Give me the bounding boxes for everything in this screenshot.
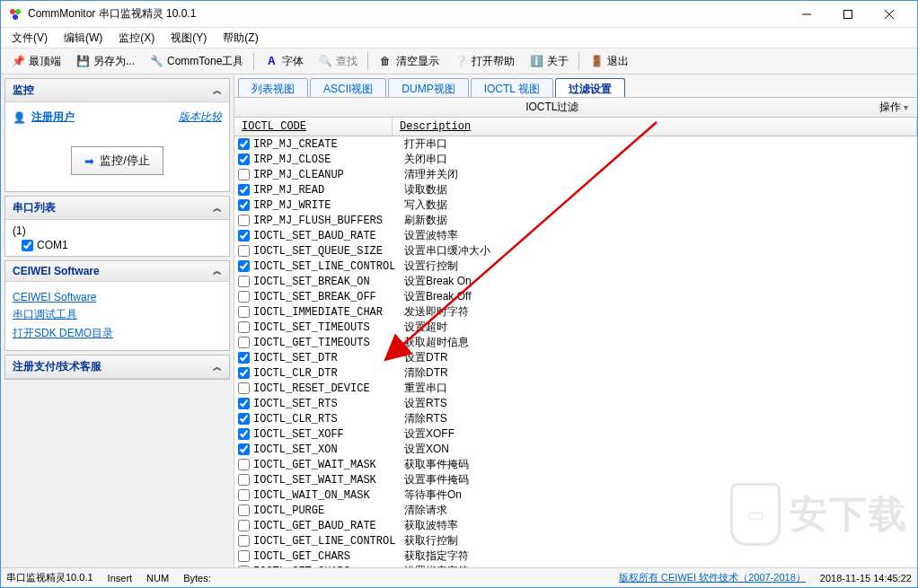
- filter-checkbox[interactable]: [238, 230, 250, 241]
- filter-checkbox[interactable]: [238, 505, 250, 516]
- topmost-button[interactable]: 📌最顶端: [4, 50, 67, 73]
- filter-row[interactable]: IOCTL_SET_BREAK_OFF设置Break Off: [234, 289, 917, 304]
- filter-checkbox[interactable]: [238, 443, 250, 455]
- filter-row[interactable]: IOCTL_WAIT_ON_MASK等待事件On: [234, 487, 917, 503]
- filter-checkbox[interactable]: [238, 276, 250, 287]
- filter-checkbox[interactable]: [238, 199, 250, 211]
- maximize-button[interactable]: [827, 2, 869, 27]
- filter-row[interactable]: IOCTL_SET_XON设置XON: [234, 442, 917, 457]
- col-header-code[interactable]: IOCTL CODE: [234, 118, 393, 136]
- filter-row[interactable]: IRP_MJ_FLUSH_BUFFERS刷新数据: [234, 213, 917, 228]
- filter-checkbox[interactable]: [238, 352, 250, 364]
- filter-row[interactable]: IOCTL_SET_DTR设置DTR: [234, 350, 917, 365]
- tab-3[interactable]: IOCTL 视图: [471, 78, 553, 97]
- filter-checkbox[interactable]: [238, 321, 250, 333]
- version-compare-link[interactable]: 版本比较: [179, 110, 222, 125]
- list-header: IOCTL CODE Description: [234, 118, 917, 136]
- filter-row[interactable]: IRP_MJ_WRITE写入数据: [234, 197, 917, 213]
- find-button[interactable]: 🔍查找: [312, 50, 364, 73]
- tab-0[interactable]: 列表视图: [238, 78, 308, 97]
- filter-row[interactable]: IOCTL_SET_TIMEOUTS设置超时: [234, 320, 917, 335]
- software-link-0[interactable]: CEIWEI Software: [13, 289, 222, 305]
- filter-row[interactable]: IOCTL_SET_BREAK_ON设置Break On: [234, 274, 917, 289]
- filter-row[interactable]: IRP_MJ_CREATE打开串口: [234, 136, 917, 152]
- filter-checkbox[interactable]: [238, 337, 250, 348]
- filter-row[interactable]: IOCTL_IMMEDIATE_CHAR发送即时字符: [234, 304, 917, 320]
- software-link-2[interactable]: 打开SDK DEMO目录: [13, 324, 222, 343]
- filter-row[interactable]: IRP_MJ_CLEANUP清理并关闭: [234, 167, 917, 182]
- col-header-desc[interactable]: Description: [393, 118, 917, 136]
- filter-checkbox[interactable]: [238, 535, 250, 547]
- filter-row[interactable]: IOCTL_SET_BAUD_RATE设置波特率: [234, 228, 917, 243]
- ports-panel-header[interactable]: 串口列表 ︽: [5, 197, 229, 220]
- filter-checkbox[interactable]: [238, 566, 250, 567]
- filter-row[interactable]: IRP_MJ_READ读取数据: [234, 182, 917, 197]
- copyright-link[interactable]: 版权所有 CEIWEI 软件技术（2007-2018）: [619, 571, 806, 584]
- software-panel-header[interactable]: CEIWEI Software ︽: [5, 261, 229, 282]
- filter-row[interactable]: IOCTL_GET_LINE_CONTROL获取行控制: [234, 533, 917, 549]
- filter-checkbox[interactable]: [238, 215, 250, 226]
- register-user-link[interactable]: 注册用户: [31, 110, 75, 125]
- filter-checkbox[interactable]: [238, 169, 250, 180]
- filter-row[interactable]: IOCTL_GET_TIMEOUTS获取超时信息: [234, 335, 917, 350]
- commtone-button[interactable]: 🔧CommTone工具: [143, 50, 250, 73]
- filter-checkbox[interactable]: [238, 138, 250, 150]
- saveas-button[interactable]: 💾另存为...: [69, 50, 141, 73]
- tree-port-item[interactable]: COM1: [13, 238, 222, 252]
- filter-code: IOCTL_SET_BAUD_RATE: [253, 230, 404, 242]
- filter-row[interactable]: IOCTL_CLR_DTR清除DTR: [234, 365, 917, 381]
- filter-checkbox[interactable]: [238, 291, 250, 303]
- menu-1[interactable]: 编辑(W): [57, 29, 110, 48]
- filter-checkbox[interactable]: [238, 306, 250, 318]
- support-panel-header[interactable]: 注册支付/技术客服 ︽: [5, 355, 229, 379]
- filter-checkbox[interactable]: [238, 245, 250, 257]
- filter-row[interactable]: IOCTL_CLR_RTS清除RTS: [234, 411, 917, 426]
- tab-4[interactable]: 过滤设置: [555, 78, 625, 97]
- close-button[interactable]: [869, 2, 910, 27]
- menu-2[interactable]: 监控(X): [111, 29, 162, 48]
- filter-row[interactable]: IOCTL_SET_CHARS设置指定字符: [234, 564, 917, 567]
- filter-row[interactable]: IOCTL_SET_WAIT_MASK设置事件掩码: [234, 472, 917, 487]
- menu-0[interactable]: 文件(V): [4, 29, 55, 48]
- monitor-toggle-button[interactable]: ➡ 监控/停止: [71, 146, 163, 175]
- filter-row[interactable]: IOCTL_PURGE清除请求: [234, 503, 917, 518]
- tree-group[interactable]: (1): [13, 224, 222, 238]
- tab-2[interactable]: DUMP视图: [388, 78, 468, 97]
- menu-4[interactable]: 帮助(Z): [216, 29, 265, 48]
- minimize-button[interactable]: [786, 2, 827, 27]
- filter-checkbox[interactable]: [238, 367, 250, 379]
- filter-checkbox[interactable]: [238, 459, 250, 470]
- filter-checkbox[interactable]: [238, 550, 250, 562]
- filter-checkbox[interactable]: [238, 154, 250, 165]
- port-checkbox[interactable]: [22, 240, 33, 251]
- exit-button[interactable]: 🚪退出: [583, 50, 635, 73]
- filter-row[interactable]: IOCTL_SET_XOFF设置XOFF: [234, 426, 917, 442]
- filter-row[interactable]: IOCTL_SET_QUEUE_SIZE设置串口缓冲大小: [234, 243, 917, 259]
- tab-1[interactable]: ASCII视图: [310, 78, 386, 97]
- filter-checkbox[interactable]: [238, 520, 250, 531]
- filter-checkbox[interactable]: [238, 428, 250, 440]
- filter-checkbox[interactable]: [238, 184, 250, 196]
- filter-row[interactable]: IOCTL_RESET_DEVICE重置串口: [234, 381, 917, 396]
- font-button[interactable]: A字体: [258, 50, 310, 73]
- filter-checkbox[interactable]: [238, 474, 250, 486]
- filter-checkbox[interactable]: [238, 398, 250, 409]
- filter-checkbox[interactable]: [238, 413, 250, 425]
- about-button[interactable]: ℹ️关于: [523, 50, 575, 73]
- clear-button[interactable]: 🗑清空显示: [372, 50, 446, 73]
- monitor-panel-header[interactable]: 监控 ︽: [5, 79, 229, 102]
- software-link-1[interactable]: 串口调试工具: [13, 305, 222, 324]
- tabs: 列表视图ASCII视图DUMP视图IOCTL 视图过滤设置: [234, 75, 917, 98]
- filter-row[interactable]: IOCTL_GET_BAUD_RATE获取波特率: [234, 518, 917, 533]
- help-button[interactable]: ❔打开帮助: [447, 50, 521, 73]
- filter-row[interactable]: IOCTL_SET_LINE_CONTROL设置行控制: [234, 259, 917, 274]
- filter-row[interactable]: IRP_MJ_CLOSE关闭串口: [234, 152, 917, 167]
- menu-3[interactable]: 视图(Y): [163, 29, 214, 48]
- filter-actions-button[interactable]: 操作 ▾: [870, 100, 917, 115]
- filter-row[interactable]: IOCTL_GET_CHARS获取指定字符: [234, 549, 917, 564]
- filter-checkbox[interactable]: [238, 260, 250, 272]
- filter-row[interactable]: IOCTL_GET_WAIT_MASK获取事件掩码: [234, 457, 917, 472]
- filter-checkbox[interactable]: [238, 382, 250, 394]
- filter-row[interactable]: IOCTL_SET_RTS设置RTS: [234, 396, 917, 411]
- filter-checkbox[interactable]: [238, 489, 250, 501]
